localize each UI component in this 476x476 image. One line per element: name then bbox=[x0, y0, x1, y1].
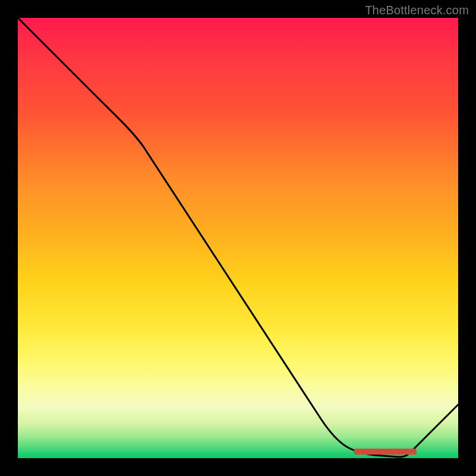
plot-area bbox=[18, 18, 458, 458]
curve-path bbox=[18, 18, 458, 457]
bottleneck-curve bbox=[18, 18, 458, 458]
chart-frame: TheBottleneck.com bbox=[0, 0, 476, 476]
optimal-range-marker bbox=[354, 449, 416, 455]
watermark-text: TheBottleneck.com bbox=[365, 4, 469, 17]
